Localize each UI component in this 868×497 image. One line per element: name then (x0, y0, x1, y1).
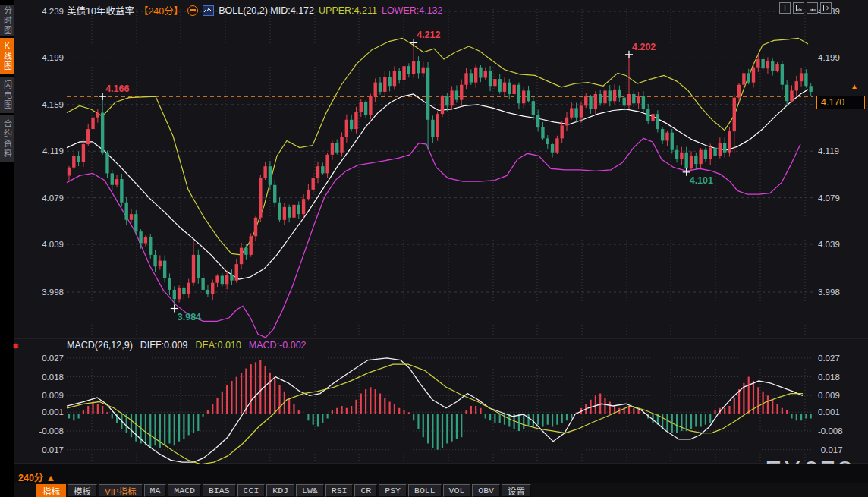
macd-header: MACD(26,12,9) DIFF:0.009 DEA:0.010 MACD:… (67, 340, 307, 351)
toolbar-item-3[interactable]: MA (144, 484, 167, 497)
toolbar-item-7[interactable]: KDJ (266, 484, 294, 497)
svg-text:4.159: 4.159 (42, 100, 64, 109)
svg-text:0.009: 0.009 (42, 391, 64, 400)
svg-text:4.039: 4.039 (42, 240, 64, 249)
svg-text:4.039: 4.039 (818, 240, 840, 249)
toolbar-item-14[interactable]: OBV (472, 484, 500, 497)
svg-text:3.998: 3.998 (818, 288, 840, 297)
instrument-title: 美债10年收益率 (67, 3, 134, 17)
axis-compress-left-icon[interactable] (793, 2, 804, 14)
svg-text:4.199: 4.199 (42, 53, 64, 62)
extreme-label: 4.212 (417, 30, 440, 40)
boll-upper-line (67, 38, 808, 255)
trading-app-window: 4.2394.2394.1994.1994.1594.1594.1194.119… (0, 0, 868, 497)
macd-diff-value: DIFF:0.009 (140, 340, 188, 351)
toolbar-item-8[interactable]: LW& (296, 484, 324, 497)
boll-mid-value: BOLL(20,2) MID:4.172 (219, 5, 314, 16)
left-tab-rail: 分时图 K线图 闪电图 合约资料 (0, 0, 14, 497)
svg-text:4.119: 4.119 (818, 146, 839, 156)
svg-text:-0.008: -0.008 (818, 426, 843, 436)
toolbar-item-1[interactable]: 模板 (68, 484, 97, 497)
svg-text:0.009: 0.009 (818, 391, 840, 400)
svg-text:0.001: 0.001 (42, 407, 64, 417)
price-alert-arrow-icon[interactable]: ▲ (851, 83, 858, 90)
macd-params: MACD(26,12,9) (67, 340, 133, 351)
indicator-toolbar: 指标模板VIP指标MAMACDBIASCCIKDJLW&RSICRPSYBOLL… (14, 483, 868, 497)
toolbar-item-0[interactable]: 指标 (36, 484, 66, 497)
last-price-box: 4.170 (816, 96, 865, 109)
toolbar-item-10[interactable]: CR (354, 484, 377, 497)
svg-text:-0.017: -0.017 (818, 445, 843, 455)
svg-text:-0.008: -0.008 (39, 426, 64, 436)
svg-text:0.027: 0.027 (818, 354, 840, 363)
macd-diff-line (67, 358, 803, 462)
indicator-thumb-icon[interactable] (203, 5, 214, 16)
svg-text:4.119: 4.119 (42, 146, 64, 156)
sidebar-tab-kline[interactable]: K线图 (0, 38, 14, 74)
toolbar-item-4[interactable]: MACD (168, 484, 201, 497)
svg-text:4.199: 4.199 (818, 53, 840, 62)
toolbar-item-12[interactable]: BOLL (408, 484, 442, 497)
macd-dea-value: DEA:0.010 (195, 340, 241, 351)
svg-text:4.079: 4.079 (818, 193, 840, 203)
toolbar-item-6[interactable]: CCI (237, 484, 266, 497)
extreme-label: 4.166 (105, 83, 129, 94)
svg-text:0.001: 0.001 (818, 407, 840, 417)
svg-text:3.998: 3.998 (42, 288, 64, 297)
pan-icon[interactable] (779, 2, 791, 14)
time-axis-row (14, 464, 868, 483)
sidebar-tab-flash[interactable]: 闪电图 (0, 77, 14, 113)
toolbar-item-2[interactable]: VIP指标 (99, 484, 143, 497)
boll-lower-value: LOWER:4.132 (382, 5, 443, 16)
toolbar-item-9[interactable]: RSI (326, 484, 354, 497)
toolbar-item-15[interactable]: 设置 (502, 484, 531, 497)
collapse-icon[interactable] (187, 5, 198, 16)
svg-text:0.018: 0.018 (42, 373, 64, 382)
svg-text:4.079: 4.079 (42, 193, 64, 203)
svg-text:0.018: 0.018 (818, 373, 840, 382)
chart-canvas[interactable]: 4.2394.2394.1994.1994.1594.1594.1194.119… (0, 0, 868, 497)
sidebar-tab-contract-info[interactable]: 合约资料 (0, 115, 14, 162)
axis-shift-icon[interactable] (820, 2, 832, 14)
boll-upper-value: UPPER:4.211 (319, 5, 377, 16)
macd-dea-line (67, 364, 803, 464)
chart-header: 美债10年收益率 【240分】 BOLL(20,2) MID:4.172 UPP… (67, 3, 443, 17)
svg-text:4.239: 4.239 (42, 7, 64, 16)
extreme-label: 3.984 (178, 312, 201, 322)
axis-compress-right-icon[interactable] (807, 2, 818, 14)
macd-value: MACD:-0.002 (249, 340, 307, 351)
extreme-label: 4.202 (632, 42, 656, 52)
extreme-label: 4.101 (690, 175, 713, 186)
toolbar-item-5[interactable]: BIAS (203, 484, 236, 497)
chart-tool-buttons (779, 2, 832, 14)
toolbar-item-13[interactable]: VOL (443, 484, 471, 497)
toolbar-item-11[interactable]: PSY (379, 484, 407, 497)
sidebar-tab-timeline[interactable]: 分时图 (0, 5, 14, 36)
period-label: 【240分】 (139, 3, 183, 17)
alert-sun-icon: ✹ (12, 341, 19, 351)
svg-text:0.027: 0.027 (42, 354, 64, 363)
svg-text:-0.017: -0.017 (39, 445, 64, 455)
